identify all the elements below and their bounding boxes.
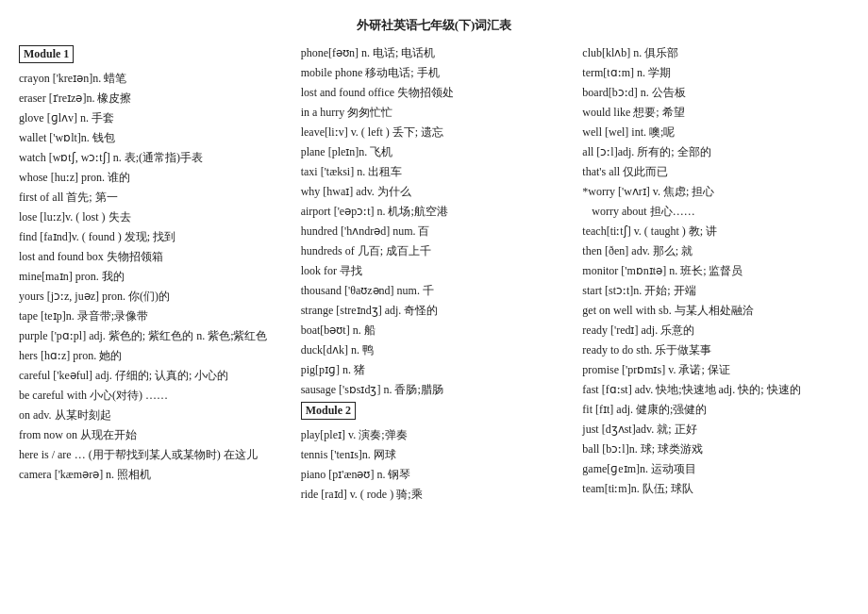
col1-entry-list: crayon ['kreɪən]n. 蜡笔eraser [ɪ'reɪzə]n. … bbox=[19, 69, 286, 485]
list-item: play[pleɪ] v. 演奏;弹奏 bbox=[301, 425, 568, 445]
list-item: whose [huːz] pron. 谁的 bbox=[19, 168, 286, 188]
list-item: fit [fɪt] adj. 健康的;强健的 bbox=[582, 400, 849, 420]
list-item: piano [pɪ'ænəʊ] n. 钢琴 bbox=[301, 465, 568, 485]
list-item: teach[tiːtʃ] v. ( taught ) 教; 讲 bbox=[582, 222, 849, 241]
list-item: ball [bɔːl]n. 球; 球类游戏 bbox=[582, 440, 849, 459]
list-item: careful ['keəful] adj. 仔细的; 认真的; 小心的 bbox=[19, 366, 286, 386]
list-item: well [wel] int. 噢;呢 bbox=[582, 123, 849, 142]
list-item: hundred ['hʌndrəd] num. 百 bbox=[301, 222, 568, 241]
page-title: 外研社英语七年级(下)词汇表 bbox=[19, 17, 849, 34]
list-item: fast [fɑːst] adv. 快地;快速地 adj. 快的; 快速的 bbox=[582, 380, 849, 400]
list-item: duck[dʌk] n. 鸭 bbox=[301, 340, 568, 360]
list-item: club[klʌb] n. 俱乐部 bbox=[582, 43, 849, 63]
list-item: eraser [ɪ'reɪzə]n. 橡皮擦 bbox=[19, 89, 286, 108]
list-item: here is / are … (用于帮找到某人或某物时) 在这儿 bbox=[19, 445, 286, 465]
list-item: worry about 担心…… bbox=[582, 202, 849, 222]
list-item: hundreds of 几百; 成百上千 bbox=[301, 241, 568, 261]
column-3: club[klʌb] n. 俱乐部term[tɑːm] n. 学期board[b… bbox=[575, 43, 849, 499]
list-item: why [hwaɪ] adv. 为什么 bbox=[301, 182, 568, 202]
list-item: thousand ['θaʊzənd] num. 千 bbox=[301, 281, 568, 301]
list-item: get on well with sb. 与某人相处融洽 bbox=[582, 301, 849, 321]
list-item: wallet ['wɒlt]n. 钱包 bbox=[19, 128, 286, 148]
list-item: team[tiːm]n. 队伍; 球队 bbox=[582, 479, 849, 499]
list-item: glove [ɡlʌv] n. 手套 bbox=[19, 108, 286, 128]
list-item: hers [hɑːz] pron. 她的 bbox=[19, 346, 286, 366]
module-1-label: Module 1 bbox=[19, 45, 74, 63]
list-item: taxi ['tæksi] n. 出租车 bbox=[301, 162, 568, 182]
col3-entry-list: club[klʌb] n. 俱乐部term[tɑːm] n. 学期board[b… bbox=[582, 43, 849, 499]
list-item: game[ɡeɪm]n. 运动项目 bbox=[582, 459, 849, 479]
list-item: leave[liːv] v. ( left ) 丢下; 遗忘 bbox=[301, 123, 568, 142]
list-item: airport ['eəpɔːt] n. 机场;航空港 bbox=[301, 202, 568, 222]
list-item: that's all 仅此而已 bbox=[582, 162, 849, 182]
list-item: just [dʒʌst]adv. 就; 正好 bbox=[582, 420, 849, 440]
list-item: term[tɑːm] n. 学期 bbox=[582, 63, 849, 83]
col2-entry-list: phone[fəʊn] n. 电话; 电话机mobile phone 移动电话;… bbox=[301, 43, 568, 505]
list-item: plane [pleɪn]n. 飞机 bbox=[301, 142, 568, 162]
list-item: *worry ['wʌrɪ] v. 焦虑; 担心 bbox=[582, 182, 849, 202]
list-item: would like 想要; 希望 bbox=[582, 103, 849, 123]
list-item: yours [jɔːz, juəz] pron. 你(们)的 bbox=[19, 287, 286, 307]
column-1: Module 1 crayon ['kreɪən]n. 蜡笔eraser [ɪ'… bbox=[19, 43, 293, 485]
list-item: watch [wɒtʃ, wɔːtʃ] n. 表;(通常指)手表 bbox=[19, 148, 286, 168]
list-item: board[bɔːd] n. 公告板 bbox=[582, 83, 849, 103]
list-item: all [ɔːl]adj. 所有的; 全部的 bbox=[582, 142, 849, 162]
list-item: start [stɔːt]n. 开始; 开端 bbox=[582, 281, 849, 301]
list-item: purple ['pɑːpl] adj. 紫色的; 紫红色的 n. 紫色;紫红色 bbox=[19, 326, 286, 346]
list-item: ready to do sth. 乐于做某事 bbox=[582, 340, 849, 360]
column-2: phone[fəʊn] n. 电话; 电话机mobile phone 移动电话;… bbox=[293, 43, 576, 505]
vocabulary-columns: Module 1 crayon ['kreɪən]n. 蜡笔eraser [ɪ'… bbox=[19, 43, 849, 505]
list-item: on adv. 从某时刻起 bbox=[19, 406, 286, 425]
list-item: sausage ['sɒsɪdʒ] n. 香肠;腊肠 bbox=[301, 380, 568, 400]
list-item: tape [teɪp]n. 录音带;录像带 bbox=[19, 307, 286, 326]
list-item: lost and found box 失物招领箱 bbox=[19, 247, 286, 267]
list-item: strange [streɪndʒ] adj. 奇怪的 bbox=[301, 301, 568, 321]
module-2-label: Module 2 bbox=[301, 402, 356, 420]
list-item: then [ðen] adv. 那么; 就 bbox=[582, 241, 849, 261]
list-item: mine[maɪn] pron. 我的 bbox=[19, 267, 286, 287]
list-item: in a hurry 匆匆忙忙 bbox=[301, 103, 568, 123]
list-item: first of all 首先; 第一 bbox=[19, 188, 286, 207]
list-item: lose [luːz]v. ( lost ) 失去 bbox=[19, 207, 286, 227]
list-item: promise ['prɒmɪs] v. 承诺; 保证 bbox=[582, 360, 849, 380]
list-item: be careful with 小心(对待) …… bbox=[19, 386, 286, 406]
list-item: lost and found office 失物招领处 bbox=[301, 83, 568, 103]
list-item: ready ['redɪ] adj. 乐意的 bbox=[582, 321, 849, 340]
list-item: pig[pɪɡ] n. 猪 bbox=[301, 360, 568, 380]
list-item: tennis ['tenɪs]n. 网球 bbox=[301, 445, 568, 465]
list-item: boat[bəʊt] n. 船 bbox=[301, 321, 568, 340]
list-item: find [faɪnd]v. ( found ) 发现; 找到 bbox=[19, 227, 286, 247]
list-item: look for 寻找 bbox=[301, 261, 568, 281]
list-item: monitor ['mɒnɪtə] n. 班长; 监督员 bbox=[582, 261, 849, 281]
list-item: ride [raɪd] v. ( rode ) 骑;乘 bbox=[301, 485, 568, 505]
list-item: camera ['kæmərə] n. 照相机 bbox=[19, 465, 286, 485]
list-item: crayon ['kreɪən]n. 蜡笔 bbox=[19, 69, 286, 89]
list-item: mobile phone 移动电话; 手机 bbox=[301, 63, 568, 83]
list-item: phone[fəʊn] n. 电话; 电话机 bbox=[301, 43, 568, 63]
list-item: from now on 从现在开始 bbox=[19, 425, 286, 445]
